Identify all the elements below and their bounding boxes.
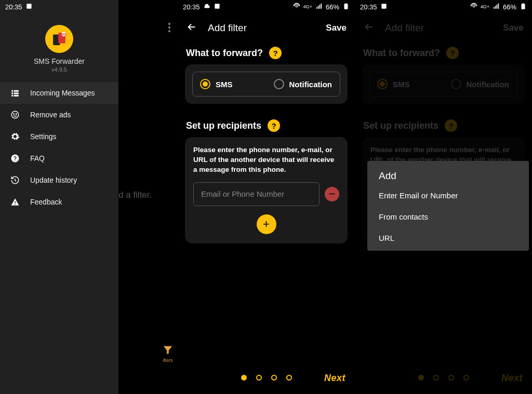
svg-rect-13 [14,92,19,94]
dialog-option-url[interactable]: URL [367,227,529,249]
svg-point-15 [11,111,19,118]
app-version: v4.9.5 [0,66,118,73]
status-time: 20:35 [360,3,377,11]
arrow-left-icon [186,21,197,33]
drawer-item-faq[interactable]: ? FAQ [0,147,118,169]
radio-unchecked-icon [274,79,284,89]
page-title: Add filter [208,22,315,34]
drawer-item-label: Feedback [30,198,62,206]
section-title-text: Set up recipients [186,120,261,131]
svg-rect-14 [14,95,19,97]
drawer-item-settings[interactable]: Settings [0,126,118,147]
radio-checked-icon [200,79,210,89]
hotspot-icon [470,3,477,11]
svg-rect-4 [26,4,31,8]
drawer-item-incoming[interactable]: Incoming Messages [0,82,118,104]
radio-sms[interactable]: SMS [193,72,267,96]
svg-rect-10 [11,92,13,94]
list-icon [10,88,20,98]
smile-icon [10,110,20,119]
battery-icon [342,3,350,11]
app-bar: Add filter Save [178,13,355,43]
svg-rect-11 [11,95,13,97]
screen-add-popup: 20:35 4G+ 66% Add filter Save What to fo… [355,0,532,394]
save-button[interactable]: Save [326,23,347,33]
drawer-item-update-history[interactable]: Update history [0,169,118,191]
status-time: 20:35 [5,3,22,11]
battery-pct: 66% [503,3,516,11]
status-bar: 20:35 4G+ 66% [178,0,355,13]
svg-rect-20 [15,201,16,203]
media-icon [25,3,33,11]
next-button[interactable]: Next [324,373,345,384]
back-button[interactable] [186,21,197,35]
add-recipient-dialog: Add Enter Email or Number From contacts … [367,161,529,251]
media-icon [380,3,388,11]
drawer-item-label: Settings [30,132,57,141]
forward-type-card: SMS Notification [185,64,348,104]
svg-point-17 [16,114,17,115]
cloud-icon [203,3,210,11]
hotspot-icon [293,3,300,11]
svg-rect-24 [344,4,348,9]
dialog-option-contacts[interactable]: From contacts [367,206,529,227]
recipients-help-text: Please enter the phone number, e-mail, o… [193,145,339,175]
filters-fab[interactable]: ilters [162,344,174,363]
recipients-card: Please enter the phone number, e-mail, o… [185,137,348,243]
gear-icon [10,132,20,141]
svg-rect-22 [215,4,219,8]
media-icon [214,3,221,11]
svg-text:?: ? [14,155,17,161]
radio-notification[interactable]: Notification [267,72,340,96]
svg-rect-25 [345,3,347,4]
svg-rect-12 [14,90,19,92]
drawer-item-label: Incoming Messages [30,89,95,97]
dialog-title: Add [367,163,529,185]
status-bar-drawer: 20:35 [0,0,118,13]
battery-pct: 66% [326,3,339,11]
dialog-option-enter[interactable]: Enter Email or Number [367,185,529,206]
help-icon[interactable]: ? [269,47,282,59]
svg-rect-28 [522,4,525,9]
drawer-item-feedback[interactable]: Feedback [0,191,118,213]
section-title-text: What to forward? [186,48,263,59]
radio-label: SMS [216,80,233,89]
signal-icon [315,3,323,11]
drawer-item-label: Update history [30,176,77,184]
app-name: SMS Forwarder [0,57,118,65]
svg-point-23 [296,5,298,7]
drawer-item-remove-ads[interactable]: Remove ads [0,104,118,126]
status-bar: 20:35 4G+ 66% [355,0,532,13]
page-dot [256,375,262,381]
page-dot [241,375,247,381]
svg-rect-21 [15,204,16,205]
svg-rect-26 [381,4,386,8]
help-icon[interactable]: ? [268,119,280,132]
help-icon: ? [10,154,20,163]
recipient-input[interactable] [193,182,320,206]
section-recipients: Set up recipients ? [186,119,348,132]
page-dot [271,375,277,381]
add-recipient-button[interactable]: + [257,214,276,234]
overflow-menu-icon[interactable] [168,23,170,32]
warning-icon [10,197,20,207]
svg-text:SMS: SMS [61,33,67,36]
screen-add-filter: 20:35 4G+ 66% Add filter Save What to fo… [178,0,355,394]
funnel-icon [162,344,174,356]
svg-rect-9 [11,90,13,92]
drawer-item-label: FAQ [30,154,45,162]
svg-rect-29 [523,3,524,4]
app-icon: SMS [45,25,73,53]
signal-icon [493,3,500,11]
history-icon [10,175,20,185]
remove-recipient-button[interactable] [325,187,339,201]
drawer-item-label: Remove ads [30,111,71,119]
nav-drawer: 20:35 SMS SMS Forwarder v4.9.5 Incoming … [0,0,118,394]
status-time: 20:35 [183,3,200,11]
page-dot [286,375,292,381]
network-type: 4G+ [481,4,489,9]
main-behind-drawer: d a filter. ilters [118,0,178,394]
empty-state-text: d a filter. [118,190,178,200]
filters-fab-label: ilters [162,358,174,363]
section-what-to-forward: What to forward? ? [186,47,348,59]
